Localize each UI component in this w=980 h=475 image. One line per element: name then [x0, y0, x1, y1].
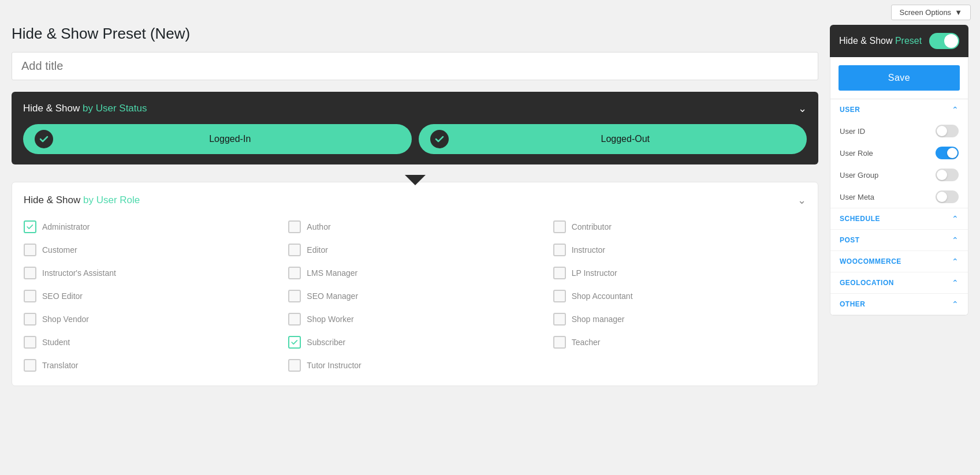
role-checkbox	[553, 313, 566, 326]
sidebar-section-chevron-user: ⌃	[952, 105, 959, 114]
role-checkbox	[24, 290, 36, 302]
role-item[interactable]: Teacher	[553, 334, 806, 351]
sidebar-section-other: OTHER⌃	[830, 294, 968, 315]
toggle-knob	[944, 34, 958, 48]
screen-options-button[interactable]: Screen Options ▼	[891, 5, 971, 20]
role-item[interactable]: Instructor's Assistant	[24, 264, 277, 282]
role-item[interactable]: Translator	[24, 357, 277, 374]
logged-in-label: Logged-In	[60, 134, 400, 144]
sidebar-header: Hide & Show Preset	[830, 25, 968, 57]
sidebar-section-title-geolocation: GEOLOCATION	[840, 279, 894, 287]
sidebar-section-geolocation: GEOLOCATION⌃	[830, 272, 968, 294]
role-label: Editor	[307, 245, 328, 255]
role-label: Subscriber	[307, 338, 345, 347]
logged-out-check-circle	[430, 130, 449, 148]
role-item[interactable]: Editor	[288, 241, 541, 259]
sidebar-section-header-geolocation[interactable]: GEOLOCATION⌃	[830, 272, 968, 293]
role-label: LMS Manager	[307, 268, 357, 278]
user-role-panel-header[interactable]: Hide & Show by User Role ⌄	[24, 194, 806, 207]
sidebar-section-header-user[interactable]: USER⌃	[830, 99, 968, 120]
role-checkbox	[24, 359, 36, 372]
title-input[interactable]	[12, 52, 818, 80]
sidebar-toggle-row-user-id: User ID	[830, 120, 968, 142]
status-buttons-container: Logged-In Logged-Out	[23, 124, 807, 154]
role-item[interactable]: Author	[288, 218, 541, 235]
role-label: Shop Accountant	[572, 291, 633, 301]
role-checkbox	[288, 244, 301, 256]
role-label: Translator	[42, 361, 79, 370]
sidebar-save-section: Save	[830, 57, 968, 99]
role-item[interactable]: LP Instructor	[553, 264, 806, 282]
role-checkbox	[288, 359, 301, 372]
sidebar-section-title-woocommerce: WOOCOMMERCE	[840, 257, 901, 265]
role-item[interactable]: Shop Vendor	[24, 311, 277, 328]
logged-out-label: Logged-Out	[456, 134, 796, 144]
role-checkbox	[288, 313, 301, 326]
sidebar-section-title-post: POST	[840, 236, 860, 244]
role-label: LP Instructor	[572, 268, 617, 278]
toggle-user-meta[interactable]	[936, 190, 959, 203]
logged-out-button[interactable]: Logged-Out	[419, 124, 807, 154]
role-item[interactable]: Administrator	[24, 218, 277, 235]
role-checkbox	[24, 313, 36, 326]
sidebar-toggle-row-user-role: User Role	[830, 142, 968, 164]
role-label: Customer	[42, 245, 77, 255]
role-checkbox	[24, 220, 36, 233]
role-item[interactable]: Subscriber	[288, 334, 541, 351]
role-label: Instructor's Assistant	[42, 268, 116, 278]
preset-main-toggle[interactable]	[929, 33, 959, 49]
role-label: Administrator	[42, 222, 90, 231]
sidebar-toggle-label: User Meta	[840, 193, 874, 201]
role-item[interactable]: Tutor Instructor	[288, 357, 541, 374]
role-label: SEO Editor	[42, 291, 83, 301]
sidebar-section-chevron-geolocation: ⌃	[952, 278, 959, 287]
role-item[interactable]: LMS Manager	[288, 264, 541, 282]
user-status-panel-header[interactable]: Hide & Show by User Status ⌄	[23, 102, 807, 115]
role-item[interactable]: Shop Accountant	[553, 287, 806, 305]
sidebar-section-header-other[interactable]: OTHER⌃	[830, 294, 968, 315]
sidebar-section-chevron-other: ⌃	[952, 300, 959, 309]
page-title: Hide & Show Preset (New)	[12, 25, 818, 43]
sidebar-section-user: USER⌃User IDUser RoleUser GroupUser Meta	[830, 99, 968, 208]
role-label: SEO Manager	[307, 291, 358, 301]
sidebar-toggle-label: User ID	[840, 127, 865, 136]
sidebar-section-header-schedule[interactable]: SCHEDULE⌃	[830, 208, 968, 229]
role-item[interactable]: Customer	[24, 241, 277, 259]
role-checkbox	[553, 336, 566, 349]
sidebar-section-title-other: OTHER	[840, 300, 866, 308]
user-role-panel-title: Hide & Show by User Role	[24, 195, 140, 206]
role-item[interactable]: Shop manager	[553, 311, 806, 328]
toggle-knob	[947, 148, 957, 158]
toggle-user-group[interactable]	[936, 169, 959, 181]
role-checkbox	[553, 290, 566, 302]
role-item[interactable]: SEO Manager	[288, 287, 541, 305]
screen-options-chevron: ▼	[955, 8, 962, 17]
role-item[interactable]: Instructor	[553, 241, 806, 259]
sidebar-section-chevron-post: ⌃	[952, 235, 959, 245]
sidebar-section-chevron-schedule: ⌃	[952, 214, 959, 223]
sidebar-header-title: Hide & Show Preset	[839, 36, 922, 46]
role-label: Student	[42, 338, 70, 347]
role-checkbox	[24, 336, 36, 349]
logged-in-button[interactable]: Logged-In	[23, 124, 412, 154]
save-button[interactable]: Save	[839, 65, 960, 91]
sidebar-toggle-label: User Role	[840, 149, 873, 158]
sidebar-section-header-post[interactable]: POST⌃	[830, 230, 968, 250]
sidebar-toggle-row-user-group: User Group	[830, 164, 968, 186]
role-item[interactable]: Shop Worker	[288, 311, 541, 328]
role-label: Shop Vendor	[42, 315, 89, 324]
screen-options-label: Screen Options	[900, 8, 952, 17]
role-label: Shop manager	[572, 315, 625, 324]
sidebar-section-header-woocommerce[interactable]: WOOCOMMERCE⌃	[830, 251, 968, 272]
role-item[interactable]: SEO Editor	[24, 287, 277, 305]
role-item[interactable]: Student	[24, 334, 277, 351]
role-checkbox	[288, 220, 301, 233]
user-status-panel-title: Hide & Show by User Status	[23, 103, 147, 114]
toggle-knob	[937, 170, 947, 180]
role-label: Instructor	[572, 245, 605, 255]
role-checkbox	[288, 336, 301, 349]
toggle-user-role[interactable]	[936, 147, 959, 159]
check-icon	[434, 134, 445, 144]
toggle-user-id[interactable]	[936, 125, 959, 137]
role-item[interactable]: Contributor	[553, 218, 806, 235]
